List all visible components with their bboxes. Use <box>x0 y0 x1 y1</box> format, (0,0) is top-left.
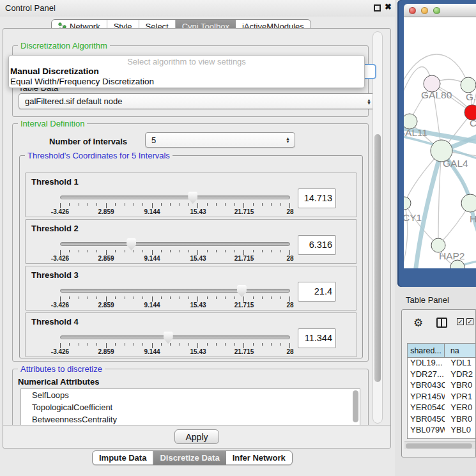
tick-label: 2.859 <box>98 302 114 309</box>
table-cell[interactable]: YDL1 <box>445 358 476 369</box>
scrollbar-thumb[interactable] <box>406 443 472 449</box>
close-window-icon[interactable] <box>409 7 416 14</box>
slider-track[interactable] <box>60 196 290 199</box>
list-scrollbar[interactable] <box>353 390 358 422</box>
table-cell[interactable]: YBL0 <box>445 425 476 436</box>
popup-option-equal-width[interactable]: Equal Width/Frequency Discretization <box>9 77 364 87</box>
slider-ticks <box>60 203 290 208</box>
table-panel: ⚙ ✓ ✓ shared... na YDL19...YDL1YDR27...Y… <box>401 309 476 457</box>
table-cell[interactable]: YPR145W <box>408 392 445 403</box>
gear-icon[interactable]: ⚙ <box>413 316 423 330</box>
threshold-slider[interactable] <box>60 192 290 203</box>
threshold-slider[interactable] <box>60 239 290 249</box>
table-cell[interactable]: YLR345W <box>408 436 445 440</box>
threshold-value-field[interactable]: 21.4 <box>298 282 336 302</box>
popup-option-manual[interactable]: Manual Discretization <box>9 66 364 77</box>
tab-label: Infer Network <box>233 453 286 463</box>
interval-definition-group: Interval Definition Number of Intervals … <box>12 123 369 362</box>
float-panel-icon[interactable] <box>374 4 381 12</box>
table-row[interactable]: YDR27...YDR2 <box>408 369 476 381</box>
tab-discretize-data[interactable]: Discretize Data <box>153 451 226 464</box>
threshold-label: Threshold 3 <box>31 270 79 280</box>
slider-track[interactable] <box>60 289 290 293</box>
slider-thumb[interactable] <box>127 238 136 250</box>
combo-value: 5 <box>151 135 156 145</box>
numerical-attributes-list[interactable]: SelfLoopsTopologicalCoefficientBetweenne… <box>20 388 360 426</box>
network-node[interactable] <box>461 194 476 212</box>
tab-impute-data[interactable]: Impute Data <box>93 451 153 464</box>
table-cell[interactable]: YDR27... <box>408 369 445 381</box>
network-node-label: GAL11 <box>404 127 427 138</box>
table-cell[interactable]: YBR0 <box>445 414 476 426</box>
table-cell[interactable]: YDR2 <box>445 369 476 381</box>
tick-label: 15.43 <box>190 208 206 215</box>
close-panel-icon[interactable]: ✖ <box>385 2 392 12</box>
table-row[interactable]: YPR145WYPR1 <box>408 392 476 403</box>
list-item[interactable]: SelfLoops <box>21 389 360 401</box>
table-cell[interactable]: YDL19... <box>408 358 445 369</box>
network-node[interactable] <box>461 77 476 93</box>
slider-thumb[interactable] <box>237 285 247 297</box>
table-row[interactable]: YBL079WYBL0 <box>408 425 476 436</box>
tab-label: Discretize Data <box>160 453 219 463</box>
table-cell[interactable]: YPR1 <box>445 392 476 403</box>
network-node-label: H <box>470 213 476 224</box>
scrollbar-thumb[interactable] <box>374 134 381 382</box>
table-cell[interactable]: YER0 <box>445 403 476 414</box>
table-body: YDL19...YDL1YDR27...YDR2YBR043CYBR0YPR14… <box>408 358 476 439</box>
tick-label: 28 <box>286 302 293 309</box>
network-canvas[interactable]: GAL80G.CGAL11GAL4GCY1HHAP2 <box>404 17 476 268</box>
network-node-label: GAL80 <box>421 89 452 100</box>
table-cell[interactable]: YBL079W <box>408 425 445 436</box>
combo-value: galFiltered.sif default node <box>25 96 122 106</box>
column-header-name[interactable]: na <box>445 344 476 358</box>
slider-thumb[interactable] <box>188 192 197 204</box>
threshold-value-field[interactable]: 6.316 <box>298 235 336 255</box>
threshold-value-field[interactable]: 14.713 <box>298 188 336 208</box>
table-row[interactable]: YLR345WYLR3 <box>408 436 476 440</box>
content-scrollbar[interactable] <box>372 31 383 424</box>
slider-track[interactable] <box>60 335 290 339</box>
numerical-attributes-label: Numerical Attributes <box>18 377 99 387</box>
checkbox-icon[interactable]: ✓ <box>466 318 473 325</box>
threshold-label: Threshold 4 <box>31 317 79 326</box>
slider-thumb[interactable] <box>164 332 173 344</box>
table-hscrollbar[interactable] <box>404 441 476 449</box>
network-view-window[interactable]: GAL80G.CGAL11GAL4GCY1HHAP2 <box>397 0 476 287</box>
minimize-window-icon[interactable] <box>421 7 428 14</box>
slider-track[interactable] <box>60 242 290 246</box>
number-of-intervals-combobox[interactable]: 5 ▲▼ <box>145 132 295 148</box>
network-node-label: HAP2 <box>439 250 465 261</box>
threshold-value-field[interactable]: 11.344 <box>298 328 336 348</box>
zoom-window-icon[interactable] <box>433 7 440 14</box>
apply-button[interactable]: Apply <box>174 429 219 444</box>
network-node[interactable] <box>404 197 411 210</box>
table-cell[interactable]: YER054C <box>408 403 445 414</box>
list-item[interactable]: TopologicalCoefficient <box>21 401 360 413</box>
tick-label: 21.715 <box>234 302 254 309</box>
tab-infer-network[interactable]: Infer Network <box>226 451 292 464</box>
panel-title: Control Panel <box>5 3 56 13</box>
checkbox-icon[interactable]: ✓ <box>457 318 464 325</box>
table-row[interactable]: YBR043CYBR0 <box>408 380 476 392</box>
list-item[interactable]: BetweennessCentrality <box>21 413 360 426</box>
table-cell[interactable]: YBR045C <box>408 414 445 426</box>
tick-label: -3.426 <box>51 302 69 309</box>
algorithm-dropdown-popup: Select algorithm to view settings Manual… <box>8 55 365 88</box>
node-table[interactable]: shared... na YDL19...YDL1YDR27...YDR2YBR… <box>407 343 476 439</box>
table-cell[interactable]: YBR043C <box>408 380 445 392</box>
threshold-slider[interactable] <box>60 332 290 342</box>
table-cell[interactable]: YLR3 <box>445 436 476 440</box>
network-window-titlebar[interactable] <box>404 4 476 17</box>
threshold-slider[interactable] <box>60 286 290 296</box>
tab-label: Impute Data <box>99 453 146 463</box>
table-row[interactable]: YBR045CYBR0 <box>408 414 476 426</box>
table-row[interactable]: YER054CYER0 <box>408 403 476 414</box>
network-node-label: C <box>470 118 476 128</box>
table-data-combobox[interactable]: galFiltered.sif default node ▲▼ <box>19 93 376 109</box>
tick-label: 2.859 <box>98 348 114 355</box>
columns-icon[interactable] <box>436 318 447 328</box>
table-row[interactable]: YDL19...YDL1 <box>408 358 476 369</box>
column-header-shared-name[interactable]: shared... <box>408 344 445 358</box>
table-cell[interactable]: YBR0 <box>445 380 476 392</box>
